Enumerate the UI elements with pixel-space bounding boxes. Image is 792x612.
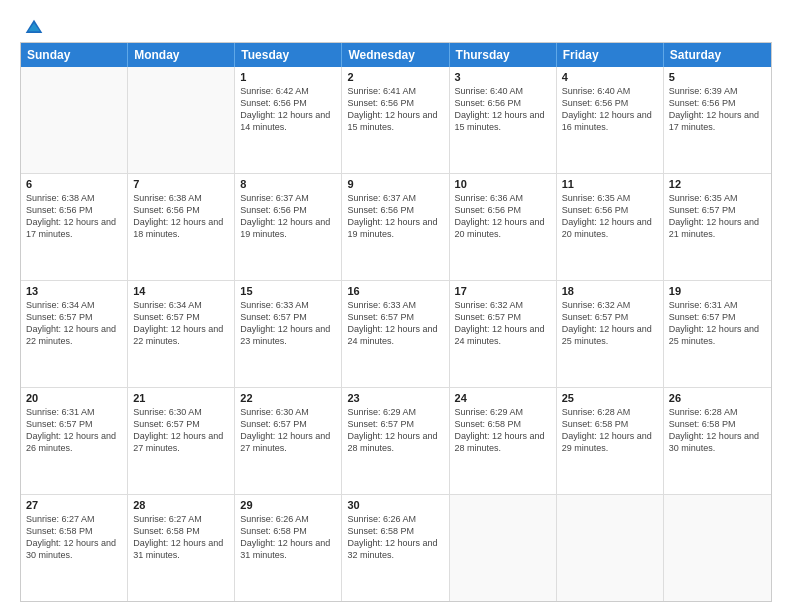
day-info: Sunrise: 6:40 AM Sunset: 6:56 PM Dayligh… (562, 86, 652, 132)
day-info: Sunrise: 6:29 AM Sunset: 6:58 PM Dayligh… (455, 407, 545, 453)
calendar-row-2: 6Sunrise: 6:38 AM Sunset: 6:56 PM Daylig… (21, 174, 771, 281)
day-info: Sunrise: 6:31 AM Sunset: 6:57 PM Dayligh… (669, 300, 759, 346)
day-cell-18: 18Sunrise: 6:32 AM Sunset: 6:57 PM Dayli… (557, 281, 664, 387)
day-cell-4: 4Sunrise: 6:40 AM Sunset: 6:56 PM Daylig… (557, 67, 664, 173)
day-number: 18 (562, 285, 658, 297)
day-number: 25 (562, 392, 658, 404)
calendar-row-1: 1Sunrise: 6:42 AM Sunset: 6:56 PM Daylig… (21, 67, 771, 174)
day-number: 27 (26, 499, 122, 511)
day-cell-15: 15Sunrise: 6:33 AM Sunset: 6:57 PM Dayli… (235, 281, 342, 387)
day-cell-1: 1Sunrise: 6:42 AM Sunset: 6:56 PM Daylig… (235, 67, 342, 173)
day-info: Sunrise: 6:27 AM Sunset: 6:58 PM Dayligh… (26, 514, 116, 560)
day-cell-20: 20Sunrise: 6:31 AM Sunset: 6:57 PM Dayli… (21, 388, 128, 494)
header-day-tuesday: Tuesday (235, 43, 342, 67)
day-number: 7 (133, 178, 229, 190)
day-info: Sunrise: 6:33 AM Sunset: 6:57 PM Dayligh… (347, 300, 437, 346)
day-cell-22: 22Sunrise: 6:30 AM Sunset: 6:57 PM Dayli… (235, 388, 342, 494)
calendar-row-5: 27Sunrise: 6:27 AM Sunset: 6:58 PM Dayli… (21, 495, 771, 601)
calendar-row-3: 13Sunrise: 6:34 AM Sunset: 6:57 PM Dayli… (21, 281, 771, 388)
day-info: Sunrise: 6:26 AM Sunset: 6:58 PM Dayligh… (347, 514, 437, 560)
day-info: Sunrise: 6:32 AM Sunset: 6:57 PM Dayligh… (455, 300, 545, 346)
day-info: Sunrise: 6:38 AM Sunset: 6:56 PM Dayligh… (133, 193, 223, 239)
day-info: Sunrise: 6:27 AM Sunset: 6:58 PM Dayligh… (133, 514, 223, 560)
day-cell-14: 14Sunrise: 6:34 AM Sunset: 6:57 PM Dayli… (128, 281, 235, 387)
day-cell-17: 17Sunrise: 6:32 AM Sunset: 6:57 PM Dayli… (450, 281, 557, 387)
day-cell-2: 2Sunrise: 6:41 AM Sunset: 6:56 PM Daylig… (342, 67, 449, 173)
day-cell-7: 7Sunrise: 6:38 AM Sunset: 6:56 PM Daylig… (128, 174, 235, 280)
header-day-saturday: Saturday (664, 43, 771, 67)
calendar-body: 1Sunrise: 6:42 AM Sunset: 6:56 PM Daylig… (21, 67, 771, 601)
day-cell-27: 27Sunrise: 6:27 AM Sunset: 6:58 PM Dayli… (21, 495, 128, 601)
day-number: 2 (347, 71, 443, 83)
header-day-thursday: Thursday (450, 43, 557, 67)
day-info: Sunrise: 6:41 AM Sunset: 6:56 PM Dayligh… (347, 86, 437, 132)
day-number: 4 (562, 71, 658, 83)
header-day-monday: Monday (128, 43, 235, 67)
day-info: Sunrise: 6:26 AM Sunset: 6:58 PM Dayligh… (240, 514, 330, 560)
header-day-wednesday: Wednesday (342, 43, 449, 67)
day-number: 26 (669, 392, 766, 404)
day-info: Sunrise: 6:33 AM Sunset: 6:57 PM Dayligh… (240, 300, 330, 346)
header (20, 18, 772, 32)
day-cell-13: 13Sunrise: 6:34 AM Sunset: 6:57 PM Dayli… (21, 281, 128, 387)
day-info: Sunrise: 6:34 AM Sunset: 6:57 PM Dayligh… (133, 300, 223, 346)
day-number: 8 (240, 178, 336, 190)
day-info: Sunrise: 6:39 AM Sunset: 6:56 PM Dayligh… (669, 86, 759, 132)
day-number: 1 (240, 71, 336, 83)
day-cell-8: 8Sunrise: 6:37 AM Sunset: 6:56 PM Daylig… (235, 174, 342, 280)
day-info: Sunrise: 6:34 AM Sunset: 6:57 PM Dayligh… (26, 300, 116, 346)
day-cell-21: 21Sunrise: 6:30 AM Sunset: 6:57 PM Dayli… (128, 388, 235, 494)
day-number: 3 (455, 71, 551, 83)
day-info: Sunrise: 6:37 AM Sunset: 6:56 PM Dayligh… (240, 193, 330, 239)
day-info: Sunrise: 6:38 AM Sunset: 6:56 PM Dayligh… (26, 193, 116, 239)
day-info: Sunrise: 6:28 AM Sunset: 6:58 PM Dayligh… (669, 407, 759, 453)
day-info: Sunrise: 6:36 AM Sunset: 6:56 PM Dayligh… (455, 193, 545, 239)
logo-icon (24, 18, 44, 38)
day-cell-29: 29Sunrise: 6:26 AM Sunset: 6:58 PM Dayli… (235, 495, 342, 601)
day-cell-24: 24Sunrise: 6:29 AM Sunset: 6:58 PM Dayli… (450, 388, 557, 494)
day-cell-26: 26Sunrise: 6:28 AM Sunset: 6:58 PM Dayli… (664, 388, 771, 494)
day-info: Sunrise: 6:35 AM Sunset: 6:56 PM Dayligh… (562, 193, 652, 239)
day-cell-28: 28Sunrise: 6:27 AM Sunset: 6:58 PM Dayli… (128, 495, 235, 601)
day-number: 5 (669, 71, 766, 83)
day-number: 24 (455, 392, 551, 404)
day-cell-11: 11Sunrise: 6:35 AM Sunset: 6:56 PM Dayli… (557, 174, 664, 280)
day-number: 15 (240, 285, 336, 297)
header-day-sunday: Sunday (21, 43, 128, 67)
calendar: SundayMondayTuesdayWednesdayThursdayFrid… (20, 42, 772, 602)
day-number: 9 (347, 178, 443, 190)
day-cell-30: 30Sunrise: 6:26 AM Sunset: 6:58 PM Dayli… (342, 495, 449, 601)
day-number: 17 (455, 285, 551, 297)
day-number: 23 (347, 392, 443, 404)
day-cell-9: 9Sunrise: 6:37 AM Sunset: 6:56 PM Daylig… (342, 174, 449, 280)
day-info: Sunrise: 6:42 AM Sunset: 6:56 PM Dayligh… (240, 86, 330, 132)
day-info: Sunrise: 6:30 AM Sunset: 6:57 PM Dayligh… (133, 407, 223, 453)
day-number: 6 (26, 178, 122, 190)
day-number: 20 (26, 392, 122, 404)
empty-cell (21, 67, 128, 173)
day-number: 13 (26, 285, 122, 297)
empty-cell (664, 495, 771, 601)
day-cell-10: 10Sunrise: 6:36 AM Sunset: 6:56 PM Dayli… (450, 174, 557, 280)
day-info: Sunrise: 6:29 AM Sunset: 6:57 PM Dayligh… (347, 407, 437, 453)
day-number: 11 (562, 178, 658, 190)
day-info: Sunrise: 6:40 AM Sunset: 6:56 PM Dayligh… (455, 86, 545, 132)
day-number: 30 (347, 499, 443, 511)
empty-cell (450, 495, 557, 601)
day-number: 28 (133, 499, 229, 511)
day-cell-3: 3Sunrise: 6:40 AM Sunset: 6:56 PM Daylig… (450, 67, 557, 173)
day-cell-6: 6Sunrise: 6:38 AM Sunset: 6:56 PM Daylig… (21, 174, 128, 280)
day-cell-19: 19Sunrise: 6:31 AM Sunset: 6:57 PM Dayli… (664, 281, 771, 387)
calendar-header: SundayMondayTuesdayWednesdayThursdayFrid… (21, 43, 771, 67)
day-number: 12 (669, 178, 766, 190)
day-info: Sunrise: 6:31 AM Sunset: 6:57 PM Dayligh… (26, 407, 116, 453)
day-info: Sunrise: 6:37 AM Sunset: 6:56 PM Dayligh… (347, 193, 437, 239)
day-info: Sunrise: 6:28 AM Sunset: 6:58 PM Dayligh… (562, 407, 652, 453)
day-info: Sunrise: 6:35 AM Sunset: 6:57 PM Dayligh… (669, 193, 759, 239)
logo (20, 18, 46, 32)
day-cell-5: 5Sunrise: 6:39 AM Sunset: 6:56 PM Daylig… (664, 67, 771, 173)
day-cell-23: 23Sunrise: 6:29 AM Sunset: 6:57 PM Dayli… (342, 388, 449, 494)
day-number: 19 (669, 285, 766, 297)
day-number: 14 (133, 285, 229, 297)
day-number: 21 (133, 392, 229, 404)
